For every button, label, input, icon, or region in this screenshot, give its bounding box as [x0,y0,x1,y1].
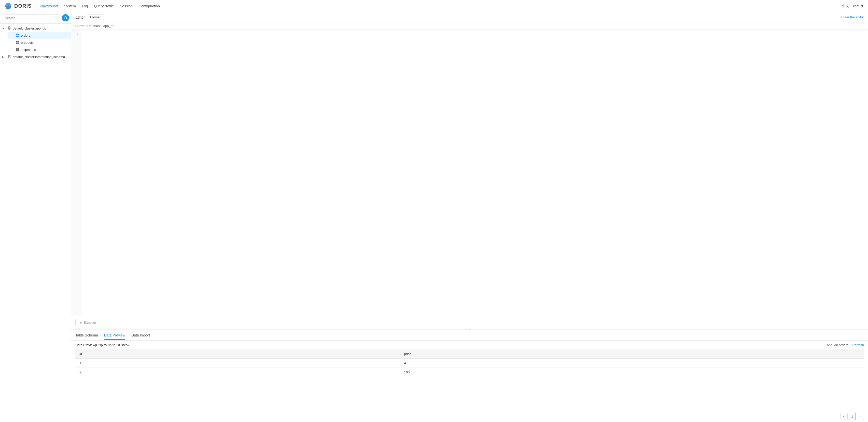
table-icon-products [15,40,20,45]
tree-child-products-wrapper: products [0,39,71,46]
tree-orders-label: orders [21,34,30,37]
cell-price: 4 [400,359,864,368]
main-layout: ▼ 🗄 default_cluster:app_db orders [0,12,868,422]
refresh-link[interactable]: Refresh [852,343,864,347]
code-editor[interactable] [82,30,868,316]
cell-id: 2 [75,368,400,377]
current-db-info: Current Database: app_db [71,22,868,30]
editor-toolbar: Editor Format Clear the editor [71,12,868,22]
lang-switcher[interactable]: 中文 [842,4,849,8]
tree-table-products[interactable]: products [8,39,71,46]
logo-text: DORIS [14,3,32,9]
editor-tab-label[interactable]: Editor [75,15,85,20]
preview-db: app_db.orders [827,343,848,347]
table-header-row: id price [75,350,864,359]
sidebar-tree: ▼ 🗄 default_cluster:app_db orders [0,24,71,422]
tab-data-preview[interactable]: Data Preview [104,331,125,340]
sidebar-search-area [0,12,71,24]
table-icon-orders [15,33,20,38]
editor-section: Editor Format Clear the editor Current D… [71,12,868,329]
table-icon-shipments [15,47,20,52]
prev-page-button[interactable]: < [840,413,848,420]
tree-cluster2-label: default_cluster:information_schema [13,55,65,59]
format-button[interactable]: Format [87,14,104,20]
line-numbers: 1 [71,30,82,316]
bottom-panel: Table Schema Data Preview Data Import Da… [71,330,868,422]
database-icon2: 🗄 [7,55,12,59]
tree-cluster1[interactable]: ▼ 🗄 default_cluster:app_db [0,25,71,32]
user-menu[interactable]: root ▼ [853,4,864,8]
nav-system[interactable]: System [64,3,76,9]
preview-header: Data Preview(Display up to 10 lines) app… [71,340,868,350]
tree-child-shipments-wrapper: shipments [0,46,71,53]
nav-right: 中文 root ▼ [842,4,864,8]
tab-data-import[interactable]: Data Import [131,331,150,340]
tree-child-orders-wrapper: orders [0,32,71,39]
tab-table-schema[interactable]: Table Schema [75,331,98,340]
nav-session[interactable]: Session [120,3,133,9]
nav-queryprofile[interactable]: QueryProfile [94,3,114,9]
tree-table-orders[interactable]: orders [8,32,71,39]
tree-toggle-cluster1: ▼ [2,27,6,30]
tree-toggle-cluster2: ▶ [2,56,6,58]
play-icon: ▶ [80,321,83,325]
table-row: 14 [75,359,864,368]
logo: DORIS [4,2,32,10]
nav-playground[interactable]: Playground [40,3,58,9]
preview-title: Data Preview(Display up to 10 lines) [75,343,129,347]
search-input[interactable] [2,14,60,21]
cell-id: 1 [75,359,400,368]
pagination: < 1 > [71,411,868,422]
topnav: DORIS Playground System Log QueryProfile… [0,0,868,12]
nav-log[interactable]: Log [82,3,88,9]
col-header-id: id [75,350,400,359]
execute-section: ▶ Execute [71,316,868,329]
col-header-price: price [400,350,864,359]
next-page-button[interactable]: > [857,413,864,420]
nav-configuration[interactable]: Configuration [139,3,160,9]
line-number-1: 1 [74,32,78,37]
cell-price: 100 [400,368,864,377]
clear-editor-link[interactable]: Clear the editor [841,15,864,19]
database-icon: 🗄 [7,26,12,31]
tree-shipments-label: shipments [21,48,36,52]
svg-marker-2 [5,6,11,9]
page-1-button[interactable]: 1 [849,413,856,420]
sidebar: ▼ 🗄 default_cluster:app_db orders [0,12,71,422]
editor-area: 1 [71,30,868,316]
right-panel: Editor Format Clear the editor Current D… [71,12,868,422]
sidebar-refresh-button[interactable] [62,14,69,21]
execute-button[interactable]: ▶ Execute [75,319,100,326]
tree-products-label: products [21,41,34,44]
table-row: 2100 [75,368,864,377]
tree-cluster1-label: default_cluster:app_db [13,27,46,30]
data-preview-table: id price 142100 [75,350,864,377]
tree-cluster2[interactable]: ▶ 🗄 default_cluster:information_schema [0,53,71,60]
tree-table-shipments[interactable]: shipments [8,46,71,53]
table-container: id price 142100 [71,350,868,411]
bottom-tabs: Table Schema Data Preview Data Import [71,330,868,340]
